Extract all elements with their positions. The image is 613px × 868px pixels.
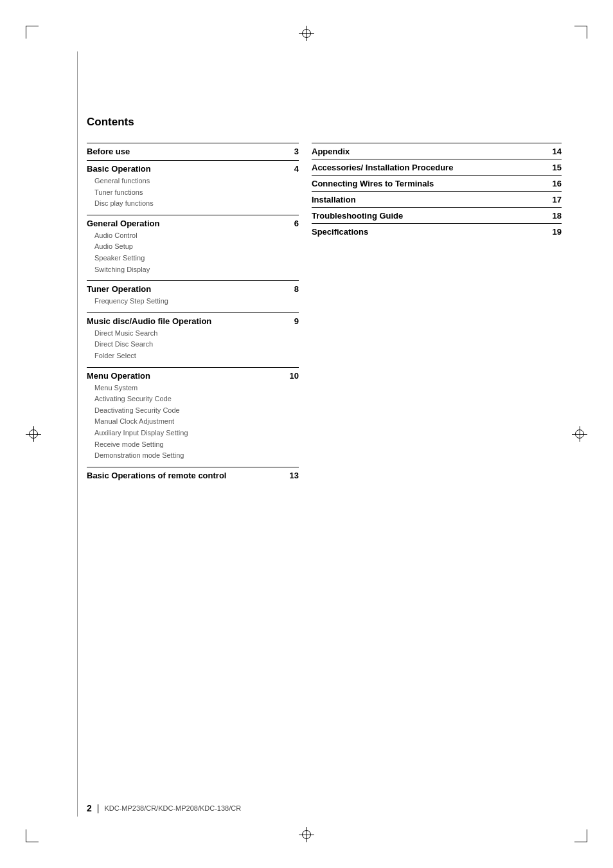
toc-left-column: Before use 3 Basic Operation 4 General f… bbox=[87, 143, 299, 484]
page: Contents Before use 3 Basic Operation 4 bbox=[0, 0, 613, 868]
toc-heading-installation: Installation bbox=[312, 195, 549, 204]
toc-page-connecting-wires: 16 bbox=[549, 179, 562, 188]
toc-heading-row-installation: Installation 17 bbox=[312, 191, 562, 204]
crosshair-left bbox=[26, 426, 41, 442]
toc-heading-basic-operation: Basic Operation bbox=[87, 164, 286, 174]
toc-page-troubleshooting: 18 bbox=[549, 211, 562, 221]
content-area: Contents Before use 3 Basic Operation 4 bbox=[87, 116, 562, 484]
toc-sub-item: General functions bbox=[94, 176, 299, 187]
toc-page-basic-operation: 4 bbox=[286, 164, 299, 174]
toc-sub-item: Manual Clock Adjustment bbox=[94, 416, 299, 428]
toc-heading-row-menu-operation: Menu Operation 10 bbox=[87, 367, 299, 381]
toc-heading-row-general-operation: General Operation 6 bbox=[87, 215, 299, 228]
toc-page-remote-control: 13 bbox=[286, 471, 299, 480]
toc-sub-item: Direct Disc Search bbox=[94, 339, 299, 350]
toc-heading-general-operation: General Operation bbox=[87, 219, 286, 228]
toc-page-music-disc: 9 bbox=[286, 316, 299, 326]
toc-sub-item: Auxiliary Input Display Setting bbox=[94, 428, 299, 439]
crosshair-right bbox=[572, 426, 587, 442]
toc-sub-item: Menu System bbox=[94, 383, 299, 394]
toc-heading-tuner-operation: Tuner Operation bbox=[87, 284, 286, 294]
toc-sub-item: Direct Music Search bbox=[94, 328, 299, 339]
toc-section-tuner-operation: Tuner Operation 8 Frequency Step Setting bbox=[87, 280, 299, 307]
toc-sub-item: Speaker Setting bbox=[94, 253, 299, 264]
toc-sub-items-tuner-operation: Frequency Step Setting bbox=[87, 296, 299, 307]
toc-section-music-disc: Music disc/Audio file Operation 9 Direct… bbox=[87, 312, 299, 362]
toc-heading-row-troubleshooting: Troubleshooting Guide 18 bbox=[312, 207, 562, 221]
toc-sub-item: Disc play functions bbox=[94, 198, 299, 210]
toc-heading-row-music-disc: Music disc/Audio file Operation 9 bbox=[87, 312, 299, 326]
toc-page-menu-operation: 10 bbox=[286, 371, 299, 381]
toc-heading-appendix: Appendix bbox=[312, 147, 549, 156]
corner-mark-top-right bbox=[574, 26, 587, 39]
footer-model-info: KDC-MP238/CR/KDC-MP208/KDC-138/CR bbox=[104, 804, 241, 812]
toc-right-column: Appendix 14 Accessories/ Installation Pr… bbox=[299, 143, 562, 484]
toc-section-general-operation: General Operation 6 Audio Control Audio … bbox=[87, 215, 299, 275]
toc-sub-item: Frequency Step Setting bbox=[94, 296, 299, 307]
toc-heading-row-tuner-operation: Tuner Operation 8 bbox=[87, 280, 299, 294]
crosshair-bottom bbox=[299, 827, 314, 842]
toc-heading-row-before-use: Before use 3 bbox=[87, 143, 299, 156]
toc-heading-specifications: Specifications bbox=[312, 227, 549, 237]
toc-page-appendix: 14 bbox=[549, 147, 562, 156]
toc-heading-row-accessories: Accessories/ Installation Procedure 15 bbox=[312, 159, 562, 172]
toc-heading-row-basic-operation: Basic Operation 4 bbox=[87, 160, 299, 174]
toc-section-troubleshooting: Troubleshooting Guide 18 bbox=[312, 207, 562, 221]
toc-page-installation: 17 bbox=[549, 195, 562, 204]
page-footer: 2 | KDC-MP238/CR/KDC-MP208/KDC-138/CR bbox=[87, 803, 241, 813]
toc-section-basic-operation: Basic Operation 4 General functions Tune… bbox=[87, 160, 299, 210]
toc-section-installation: Installation 17 bbox=[312, 191, 562, 204]
toc-sub-item: Receive mode Setting bbox=[94, 439, 299, 451]
toc-section-menu-operation: Menu Operation 10 Menu System Activating… bbox=[87, 367, 299, 462]
toc-page-specifications: 19 bbox=[549, 227, 562, 237]
left-border bbox=[77, 51, 78, 817]
toc-heading-before-use: Before use bbox=[87, 147, 286, 156]
toc-sub-item: Switching Display bbox=[94, 264, 299, 276]
toc-heading-connecting-wires: Connecting Wires to Terminals bbox=[312, 179, 549, 188]
toc-sub-item: Tuner functions bbox=[94, 187, 299, 199]
footer-pipe: | bbox=[97, 803, 100, 813]
toc-sub-item: Activating Security Code bbox=[94, 393, 299, 405]
toc-sub-item: Deactivating Security Code bbox=[94, 405, 299, 417]
toc-sub-items-general-operation: Audio Control Audio Setup Speaker Settin… bbox=[87, 230, 299, 275]
toc-heading-accessories: Accessories/ Installation Procedure bbox=[312, 163, 549, 172]
toc-heading-row-connecting-wires: Connecting Wires to Terminals 16 bbox=[312, 175, 562, 188]
toc-heading-row-remote-control: Basic Operations of remote control 13 bbox=[87, 467, 299, 480]
toc-sub-item: Demonstration mode Setting bbox=[94, 450, 299, 462]
toc-sub-item: Audio Control bbox=[94, 230, 299, 242]
toc-page-before-use: 3 bbox=[286, 147, 299, 156]
toc-heading-row-specifications: Specifications 19 bbox=[312, 223, 562, 237]
toc-page-tuner-operation: 8 bbox=[286, 284, 299, 294]
toc-sub-items-basic-operation: General functions Tuner functions Disc p… bbox=[87, 176, 299, 210]
toc-heading-remote-control: Basic Operations of remote control bbox=[87, 471, 286, 480]
toc-heading-troubleshooting: Troubleshooting Guide bbox=[312, 211, 549, 221]
toc-heading-music-disc: Music disc/Audio file Operation bbox=[87, 316, 286, 326]
toc-section-specifications: Specifications 19 bbox=[312, 223, 562, 237]
page-title: Contents bbox=[87, 116, 562, 129]
toc-heading-menu-operation: Menu Operation bbox=[87, 371, 286, 381]
corner-mark-bottom-right bbox=[574, 829, 587, 842]
corner-mark-top-left bbox=[26, 26, 39, 39]
toc-sub-items-music-disc: Direct Music Search Direct Disc Search F… bbox=[87, 328, 299, 362]
toc-page-general-operation: 6 bbox=[286, 219, 299, 228]
footer-page-number: 2 bbox=[87, 803, 92, 813]
toc-section-accessories: Accessories/ Installation Procedure 15 bbox=[312, 159, 562, 172]
corner-mark-bottom-left bbox=[26, 829, 39, 842]
toc-section-connecting-wires: Connecting Wires to Terminals 16 bbox=[312, 175, 562, 188]
crosshair-top bbox=[299, 26, 314, 41]
toc-page-accessories: 15 bbox=[549, 163, 562, 172]
toc-layout: Before use 3 Basic Operation 4 General f… bbox=[87, 143, 562, 484]
toc-sub-items-menu-operation: Menu System Activating Security Code Dea… bbox=[87, 383, 299, 462]
toc-heading-row-appendix: Appendix 14 bbox=[312, 143, 562, 156]
toc-section-appendix: Appendix 14 bbox=[312, 143, 562, 156]
toc-sub-item: Audio Setup bbox=[94, 241, 299, 253]
toc-sub-item: Folder Select bbox=[94, 350, 299, 362]
toc-section-before-use: Before use 3 bbox=[87, 143, 299, 156]
toc-section-remote-control: Basic Operations of remote control 13 bbox=[87, 467, 299, 480]
